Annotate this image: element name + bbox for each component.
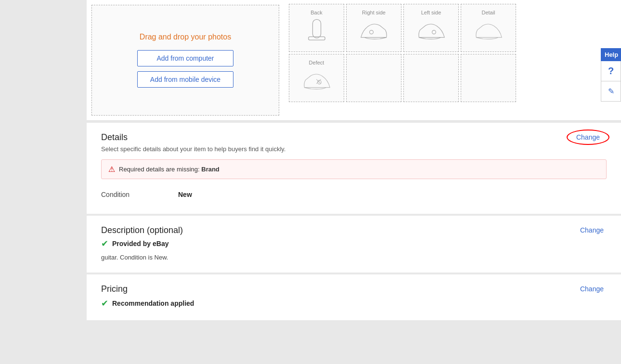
photo-slot-empty-3[interactable] xyxy=(461,54,516,102)
photo-slot-detail[interactable]: Detail xyxy=(461,4,516,52)
condition-label: Condition xyxy=(101,191,178,198)
description-title: Description (optional) xyxy=(101,225,607,235)
photo-row-2: Defect xyxy=(289,54,616,102)
photo-slot-left-label: Left side xyxy=(421,10,441,15)
description-change-button[interactable]: Change xyxy=(577,225,607,235)
photo-slot-left[interactable]: Left side xyxy=(403,4,459,52)
recommendation-check-icon: ✔ xyxy=(101,298,108,309)
edit-icon: ✎ xyxy=(608,87,614,96)
description-section: Description (optional) Change ✔ Provided… xyxy=(87,216,621,273)
alert-text: Required details are missing: Brand xyxy=(119,166,220,173)
detail-shoe-icon xyxy=(472,17,505,46)
details-change-button[interactable]: Change xyxy=(567,130,609,145)
photo-slot-right[interactable]: Right side xyxy=(346,4,401,52)
photo-upload-area[interactable]: Drag and drop your photos Add from compu… xyxy=(91,5,279,116)
photo-row-1: Back Right side xyxy=(289,4,616,52)
right-shoe-icon xyxy=(357,17,391,46)
svg-rect-0 xyxy=(312,19,321,38)
back-shoe-icon xyxy=(300,17,334,46)
photo-grid-area: Back Right side xyxy=(284,0,621,120)
provided-row: ✔ Provided by eBay xyxy=(101,238,607,249)
photo-slot-detail-label: Detail xyxy=(481,10,495,15)
recommendation-label: Recommendation applied xyxy=(112,299,194,307)
recommendation-row: ✔ Recommendation applied xyxy=(101,298,607,309)
add-from-mobile-button[interactable]: Add from mobile device xyxy=(137,71,233,88)
alert-brand: Brand xyxy=(201,166,220,173)
help-edit-button[interactable]: ✎ xyxy=(601,81,621,102)
details-title: Details xyxy=(101,132,607,143)
provided-label: Provided by eBay xyxy=(112,240,169,247)
alert-warning-icon: ⚠ xyxy=(108,165,115,174)
pricing-section: Pricing Change ✔ Recommendation applied xyxy=(87,274,621,320)
description-body: guitar. Condition is New. xyxy=(101,254,607,261)
page-wrapper: Drag and drop your photos Add from compu… xyxy=(0,0,621,364)
condition-row: Condition New xyxy=(101,187,607,202)
photo-section: Drag and drop your photos Add from compu… xyxy=(87,0,621,121)
defect-shoe-icon xyxy=(300,67,334,96)
drag-drop-text: Drag and drop your photos xyxy=(140,33,231,41)
photo-slot-empty-1[interactable] xyxy=(346,54,401,102)
photo-slot-back[interactable]: Back xyxy=(289,4,344,52)
svg-point-2 xyxy=(369,30,373,34)
main-content: Drag and drop your photos Add from compu… xyxy=(0,0,621,364)
details-subtitle: Select specific details about your item … xyxy=(101,145,607,153)
question-icon: ? xyxy=(608,65,614,77)
help-question-button[interactable]: ? xyxy=(601,61,621,81)
add-from-computer-button[interactable]: Add from computer xyxy=(137,50,233,66)
details-section: Details Select specific details about yo… xyxy=(87,123,621,214)
photo-slot-back-label: Back xyxy=(310,10,322,15)
condition-value: New xyxy=(178,191,192,198)
photo-slot-right-label: Right side xyxy=(362,10,386,15)
details-alert: ⚠ Required details are missing: Brand xyxy=(101,159,607,179)
provided-check-icon: ✔ xyxy=(101,238,108,249)
photo-slot-empty-2[interactable] xyxy=(403,54,459,102)
help-tab[interactable]: Help xyxy=(601,48,621,61)
help-sidebar: Help ? ✎ xyxy=(601,48,621,102)
photo-slot-defect[interactable]: Defect xyxy=(289,54,344,102)
left-shoe-icon xyxy=(414,17,448,46)
svg-rect-1 xyxy=(308,37,324,40)
alert-prefix: Required details are missing: xyxy=(119,166,201,173)
photo-slot-defect-label: Defect xyxy=(309,60,324,65)
pricing-title: Pricing xyxy=(101,284,607,294)
pricing-change-button[interactable]: Change xyxy=(577,284,607,294)
svg-point-3 xyxy=(432,30,436,34)
